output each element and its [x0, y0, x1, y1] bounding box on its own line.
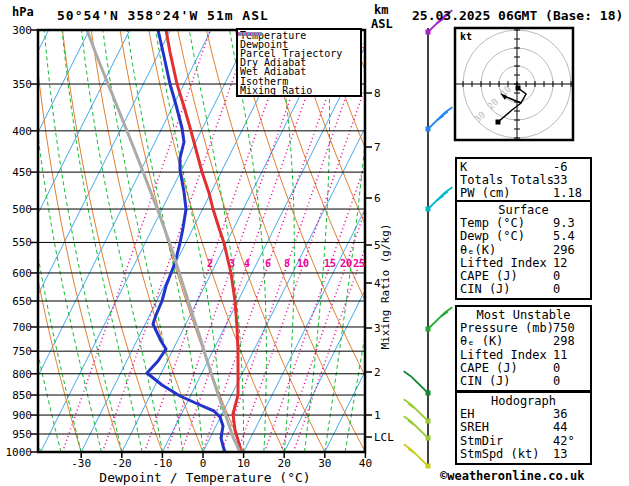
series-temperature: [166, 30, 241, 452]
panel-block: K-6Totals Totals33PW (cm)1.18: [455, 157, 592, 205]
temp-tick-label: 0: [185, 458, 221, 469]
panel-row-value: 5.4: [553, 230, 575, 243]
temp-tick-label: 10: [226, 458, 262, 469]
panel-row-value: 13: [553, 448, 567, 461]
pressure-tick-label: 300: [4, 25, 32, 36]
pressure-unit-label: hPa: [12, 5, 34, 19]
legend-swatch-mixing-ratio: [238, 30, 262, 38]
pressure-tick-label: 600: [4, 268, 32, 279]
run-date-label: 25.03.2025 06GMT (Base: 18): [412, 8, 623, 23]
panel-row-value: 44: [553, 421, 567, 434]
panel-row-value: 0: [553, 283, 560, 296]
panel-row: StmSpd (kt)13: [460, 448, 587, 461]
temp-tick-label: -30: [63, 458, 99, 469]
panel-block-most-unstable: Most UnstablePressure (mb)750θₑ (K)298Li…: [455, 305, 592, 392]
hodograph-unit-label: kt: [460, 31, 472, 42]
skewt-sounding-page: 102030 hPa 50°54'N 358°24'W 51m ASL km A…: [0, 0, 629, 486]
legend-item: Mixing Ratio: [240, 86, 360, 95]
panel-row-value: 42°: [553, 435, 575, 448]
panel-row-label: CAPE (J): [460, 361, 518, 375]
series-dewpoint: [147, 30, 225, 452]
panel-row: PW (cm)1.18: [460, 187, 587, 200]
temp-tick-label: 20: [266, 458, 302, 469]
panel-row-value: 1.18: [553, 187, 582, 200]
dry-adiabat-line: [34, 30, 122, 452]
panel-row-label: StmDir: [460, 434, 503, 448]
pressure-tick-label: 950: [4, 429, 32, 440]
pressure-tick-label: 800: [4, 369, 32, 380]
panel-row-label: CIN (J): [460, 374, 511, 388]
pressure-tick-label: 350: [4, 79, 32, 90]
panel-row-label: Dewp (°C): [460, 229, 525, 243]
panel-row-label: Lifted Index: [460, 256, 547, 270]
panel-row-label: CAPE (J): [460, 269, 518, 283]
panel-row-label: Temp (°C): [460, 216, 525, 230]
pressure-tick-label: 700: [4, 322, 32, 333]
pressure-tick-label: 550: [4, 237, 32, 248]
panel-block-title: Hodograph: [460, 395, 587, 408]
km-tick-label: 6: [374, 193, 381, 204]
panel-row-value: 11: [553, 349, 567, 362]
pressure-tick-label: 450: [4, 167, 32, 178]
pressure-tick-label: 400: [4, 126, 32, 137]
panel-row-value: 296: [553, 244, 575, 257]
pressure-tick-label: 1000: [4, 447, 32, 458]
panel-row-value: 0: [553, 375, 560, 388]
panel-row-label: SREH: [460, 420, 489, 434]
mixing-ratio-axis-title: Mixing Ratio (g/kg): [379, 217, 392, 357]
series-parcel-trajectory: [87, 30, 240, 452]
temp-tick-label: 30: [307, 458, 343, 469]
panel-row: CIN (J)0: [460, 375, 587, 388]
wind-barb: [426, 307, 453, 331]
temperature-axis-title: Dewpoint / Temperature (°C): [60, 470, 350, 485]
panel-row-label: Lifted Index: [460, 348, 547, 362]
mixing-ratio-value-label: 2: [198, 259, 222, 269]
panel-row-label: EH: [460, 407, 474, 421]
temp-tick-label: -10: [144, 458, 180, 469]
pressure-tick-label: 500: [4, 204, 32, 215]
mixing-ratio-line: [103, 30, 251, 452]
mixing-ratio-value-label: 10: [291, 259, 315, 269]
panel-row-label: θₑ (K): [460, 334, 503, 348]
copyright-label: ©weatheronline.co.uk: [440, 469, 585, 483]
wind-barb: [404, 444, 431, 468]
legend-label: Mixing Ratio: [240, 86, 312, 96]
panel-row: CIN (J)0: [460, 283, 587, 296]
pressure-tick-label: 750: [4, 346, 32, 357]
panel-row-label: StmSpd (kt): [460, 447, 539, 461]
wind-barb: [426, 107, 453, 131]
km-tick-label: LCL: [374, 432, 394, 443]
km-tick-label: 8: [374, 88, 381, 99]
panel-row-label: Pressure (mb): [460, 321, 554, 335]
station-title: 50°54'N 358°24'W 51m ASL: [57, 8, 269, 23]
hodograph-plot: 102030: [455, 28, 573, 140]
wind-barb: [426, 187, 453, 211]
panel-row-label: PW (cm): [460, 186, 511, 200]
pressure-tick-label: 850: [4, 390, 32, 401]
hodograph-marker: [496, 120, 501, 125]
mixing-ratio-value-label: 25: [347, 259, 371, 269]
panel-row-label: CIN (J): [460, 282, 511, 296]
temp-tick-label: -20: [104, 458, 140, 469]
km-tick-label: 2: [374, 367, 381, 378]
temp-tick-label: 40: [347, 458, 383, 469]
panel-row-label: Totals Totals: [460, 173, 554, 187]
panel-row-value: 298: [553, 335, 575, 348]
wet-adiabat-line: [44, 30, 122, 452]
isotherm-line: [41, 30, 252, 452]
mixing-ratio-line: [63, 30, 211, 452]
legend: TemperatureDewpointParcel TrajectoryDry …: [236, 28, 362, 97]
panel-block-surface: SurfaceTemp (°C)9.3Dewp (°C)5.4θₑ(K)296L…: [455, 200, 592, 300]
hodograph-marker: [516, 86, 521, 91]
panel-row-label: θₑ(K): [460, 243, 496, 257]
km-tick-label: 7: [374, 142, 381, 153]
wet-adiabat-line: [81, 30, 162, 452]
wind-barb: [404, 371, 431, 395]
km-unit-label: km: [374, 3, 388, 17]
panel-row-label: K: [460, 160, 467, 174]
pressure-tick-label: 900: [4, 410, 32, 421]
panel-block-hodograph: HodographEH36SREH44StmDir42°StmSpd (kt)1…: [455, 391, 592, 465]
km-tick-label: 1: [374, 410, 381, 421]
asl-unit-label: ASL: [371, 17, 393, 31]
pressure-tick-label: 650: [4, 296, 32, 307]
